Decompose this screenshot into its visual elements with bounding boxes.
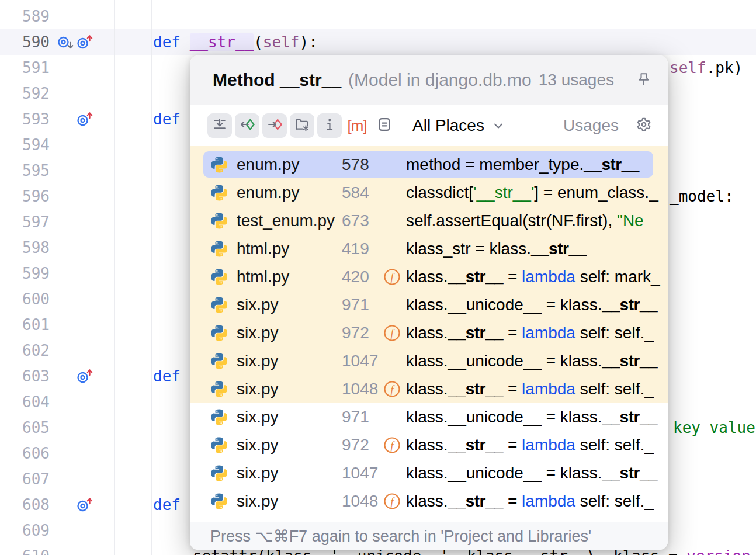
usage-row[interactable]: test_enum.py673self.assertEqual(str(NF.f… — [190, 207, 668, 235]
code-token: .pk) — [706, 59, 743, 77]
line-number-608[interactable]: 608 — [0, 492, 50, 518]
code-token: self — [670, 59, 706, 77]
overriding-method-up-icon[interactable] — [77, 497, 93, 513]
line-number-596[interactable]: 596 — [0, 183, 50, 209]
expand-all-button[interactable] — [207, 113, 232, 138]
code-line-608[interactable]: def — [153, 492, 181, 518]
show-info-button[interactable] — [317, 113, 342, 138]
line-number-593[interactable]: 593 — [0, 106, 50, 132]
group-by-file-structure-button[interactable] — [290, 113, 314, 138]
usage-row[interactable]: html.py419klass_str = klass.__str__ — [190, 235, 668, 263]
code-line-603[interactable]: def — [153, 363, 181, 389]
usage-line-number: 971 — [342, 403, 369, 431]
line-number-597[interactable]: 597 — [0, 209, 50, 235]
usage-list[interactable]: enum.py578method = member_type.__str__ e… — [190, 146, 668, 515]
line-number-594[interactable]: 594 — [0, 132, 50, 158]
code-line-593[interactable]: def — [153, 106, 181, 132]
write-access-button[interactable] — [262, 113, 287, 138]
usage-file-name: six.py — [237, 319, 279, 347]
line-number-605[interactable]: 605 — [0, 415, 50, 440]
usage-row[interactable]: six.py972 fklass.__str__ = lambda self: … — [190, 431, 668, 459]
line-number-604[interactable]: 604 — [0, 389, 50, 415]
usage-row[interactable]: six.py972 fklass.__str__ = lambda self: … — [190, 319, 668, 347]
snippet-token: __str__ — [602, 352, 657, 370]
pin-icon[interactable] — [635, 71, 651, 89]
usage-row[interactable]: enum.py578method = member_type.__str__ — [190, 151, 668, 179]
code-line-590[interactable]: def __str__(self): — [153, 29, 318, 55]
code-line-596[interactable]: _model: — [670, 183, 734, 209]
find-usages-popup[interactable]: Method __str__ (Model in django.db.model… — [190, 56, 668, 550]
snippet-token: klass. — [406, 380, 448, 398]
overriding-method-up-icon[interactable] — [77, 34, 93, 50]
chevron-down-icon — [491, 119, 505, 133]
snippet-token: __str__ — [602, 408, 657, 426]
line-number-591[interactable]: 591 — [0, 55, 50, 81]
line-number-599[interactable]: 599 — [0, 261, 50, 286]
usage-file-name: enum.py — [237, 151, 299, 179]
line-number-598[interactable]: 598 — [0, 235, 50, 261]
usage-row[interactable]: six.py1048 fklass.__str__ = lambda self:… — [190, 375, 668, 403]
usage-file-name: six.py — [237, 291, 279, 319]
usage-row[interactable]: html.py420 fklass.__str__ = lambda self:… — [190, 263, 668, 291]
usage-snippet: method = member_type.__str__ — [406, 151, 665, 179]
line-number-601[interactable]: 601 — [0, 312, 50, 338]
usage-row[interactable]: six.py1047klass.__unicode__ = klass.__st… — [190, 459, 668, 487]
usage-snippet: klass.__str__ = lambda self: self._ — [406, 375, 665, 403]
usage-file-name: six.py — [237, 347, 279, 375]
snippet-token: classdict[ — [406, 183, 473, 202]
svg-text:f: f — [390, 272, 395, 283]
python-file-icon — [210, 436, 228, 454]
line-number-603[interactable]: 603 — [0, 363, 50, 389]
code-token: _model: — [670, 188, 734, 205]
overridden-method-down-icon[interactable] — [57, 34, 74, 50]
snippet-token: self: self._ — [575, 324, 654, 342]
code-line-605[interactable]: key value — [673, 415, 755, 440]
line-number-595[interactable]: 595 — [0, 158, 50, 183]
python-file-icon — [210, 156, 228, 174]
line-number-590[interactable]: 590 — [0, 29, 50, 55]
snippet-token: self: self._ — [575, 492, 654, 510]
line-number-609[interactable]: 609 — [0, 518, 50, 543]
preview-button[interactable] — [372, 113, 397, 138]
line-number-589[interactable]: 589 — [0, 4, 50, 29]
method-bracket-button[interactable]: [m] — [345, 113, 369, 138]
usage-row[interactable]: six.py971klass.__unicode__ = klass.__str… — [190, 291, 668, 319]
usage-snippet: klass.__unicode__ = klass.__str__ — [406, 403, 665, 431]
usage-line-number: 971 — [342, 291, 369, 319]
snippet-token: ] = enum_class._ — [534, 183, 658, 202]
snippet-token: self: mark_ — [575, 268, 660, 286]
overriding-method-up-icon[interactable] — [77, 111, 93, 127]
usage-row[interactable]: six.py1048 fklass.__str__ = lambda self:… — [190, 487, 668, 515]
line-number-607[interactable]: 607 — [0, 466, 50, 492]
line-number-602[interactable]: 602 — [0, 338, 50, 363]
read-access-button[interactable] — [235, 113, 259, 138]
method-bracket-icon: [m] — [347, 117, 366, 135]
footer-hint: Press ⌥⌘F7 again to search in 'Project a… — [210, 527, 591, 546]
snippet-token: "Ne — [617, 211, 644, 230]
lambda-function-icon: f — [383, 324, 401, 342]
line-number-600[interactable]: 600 — [0, 286, 50, 312]
snippet-token: __str__ — [584, 155, 639, 174]
usage-row[interactable]: six.py1047klass.__unicode__ = klass.__st… — [190, 347, 668, 375]
snippet-token: = — [503, 268, 522, 286]
line-number-606[interactable]: 606 — [0, 440, 50, 466]
usage-snippet: klass.__str__ = lambda self: mark_ — [406, 263, 665, 291]
line-number-592[interactable]: 592 — [0, 81, 50, 106]
snippet-token: = — [503, 324, 522, 342]
code-token: version — [686, 547, 751, 555]
snippet-token: '__str__' — [473, 183, 534, 202]
overriding-method-up-icon[interactable] — [77, 368, 93, 384]
usage-row[interactable]: six.py971klass.__unicode__ = klass.__str… — [190, 403, 668, 431]
usage-file-name: six.py — [237, 431, 279, 459]
popup-toolbar: [m] All Places Usages — [190, 105, 668, 146]
code-line-591[interactable]: self.pk) — [670, 55, 743, 81]
gear-icon[interactable] — [635, 116, 653, 136]
usage-snippet: klass.__unicode__ = klass.__str__ — [406, 459, 665, 487]
scope-dropdown[interactable]: All Places — [412, 116, 505, 135]
snippet-token: __str__ — [448, 436, 504, 454]
usage-row[interactable]: enum.py584classdict['__str__'] = enum_cl… — [190, 179, 668, 207]
usage-line-number: 673 — [342, 207, 369, 235]
line-number-610[interactable]: 610 — [0, 543, 50, 555]
code-token: ( — [254, 33, 263, 51]
usage-snippet: klass.__str__ = lambda self: self._ — [406, 431, 665, 459]
